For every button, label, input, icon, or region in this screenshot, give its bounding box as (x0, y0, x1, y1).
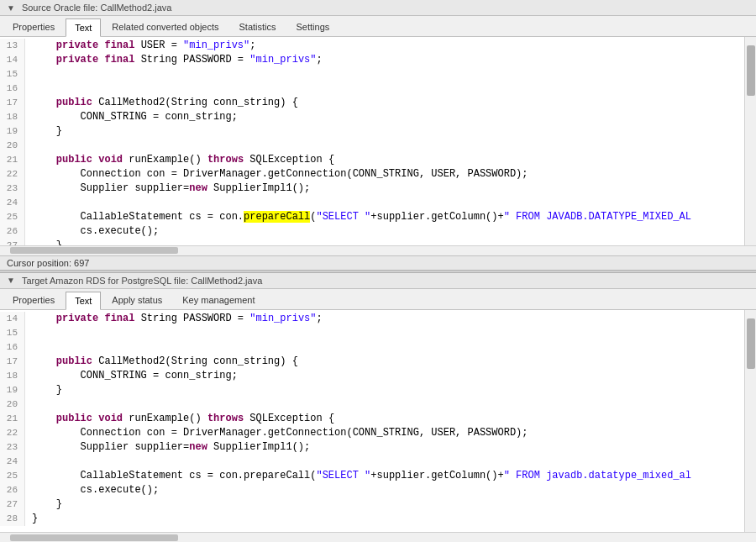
table-row: 18 CONN_STRING = conn_string; (0, 110, 744, 124)
table-row: 25 CallableStatement cs = con.prepareCal… (0, 210, 744, 224)
table-row: 14 private final String PASSWORD = "min_… (0, 312, 744, 326)
table-row: 22 Connection con = DriverManager.getCon… (0, 167, 744, 182)
table-row: 19 } (0, 124, 744, 139)
table-row: 26 cs.execute(); (0, 224, 744, 239)
table-row: 25 CallableStatement cs = con.prepareCal… (0, 469, 744, 483)
bottom-code-area: 14 private final String PASSWORD = "min_… (0, 310, 756, 533)
top-code-area: 13 private final USER = "min_privs"; 14 … (0, 37, 756, 245)
top-scrollbar-horizontal[interactable] (0, 245, 756, 255)
tab-related-top[interactable]: Related converted objects (102, 18, 228, 36)
table-row: 18 CONN_STRING = conn_string; (0, 369, 744, 383)
top-scrollbar-vertical[interactable] (744, 37, 756, 245)
bottom-scrollbar-horizontal[interactable] (0, 532, 756, 542)
tab-text-top[interactable]: Text (66, 18, 101, 37)
top-code-scroll[interactable]: 13 private final USER = "min_privs"; 14 … (0, 37, 744, 245)
tab-text-bottom[interactable]: Text (66, 292, 101, 310)
top-scroll-thumb[interactable] (747, 45, 755, 96)
bottom-hscroll-thumb[interactable] (10, 534, 178, 541)
top-panel-header: ▼ Source Oracle file: CallMethod2.java (0, 0, 756, 16)
table-row: 15 (0, 326, 744, 340)
tab-properties-bottom[interactable]: Properties (3, 291, 64, 309)
top-panel-title: Source Oracle file: CallMethod2.java (22, 3, 172, 13)
tab-statistics-top[interactable]: Statistics (230, 18, 286, 36)
tab-apply-status[interactable]: Apply status (102, 291, 171, 309)
top-status-bar: Cursor position: 697 (0, 255, 756, 270)
collapse-icon-top[interactable]: ▼ (7, 3, 15, 13)
bottom-code-scroll[interactable]: 14 private final String PASSWORD = "min_… (0, 310, 744, 533)
table-row: 16 (0, 82, 744, 96)
tab-key-management[interactable]: Key management (173, 291, 264, 309)
bottom-scroll-thumb[interactable] (747, 318, 755, 369)
table-row: 20 (0, 397, 744, 412)
bottom-scrollbar-vertical[interactable] (744, 310, 756, 533)
table-row: 20 (0, 139, 744, 153)
table-row: 21 public void runExample() throws SQLEx… (0, 153, 744, 167)
table-row: 17 public CallMethod2(String conn_string… (0, 96, 744, 110)
table-row: 17 public CallMethod2(String conn_string… (0, 355, 744, 369)
table-row: 22 Connection con = DriverManager.getCon… (0, 426, 744, 440)
table-row: 24 (0, 455, 744, 469)
top-hscroll-thumb[interactable] (10, 247, 178, 254)
table-row: 23 Supplier supplier=new SupplierImpl1()… (0, 182, 744, 196)
cursor-position: Cursor position: 697 (7, 258, 89, 268)
table-row: 27 } (0, 497, 744, 512)
table-row: 26 cs.execute(); (0, 483, 744, 497)
table-row: 23 Supplier supplier=new SupplierImpl1()… (0, 440, 744, 455)
table-row: 24 (0, 196, 744, 210)
table-row: 28 } (0, 512, 744, 526)
tab-settings-top[interactable]: Settings (287, 18, 339, 36)
tab-properties-top[interactable]: Properties (3, 18, 64, 36)
top-tabs-bar: Properties Text Related converted object… (0, 16, 756, 37)
collapse-icon-bottom[interactable]: ▼ (7, 276, 15, 285)
table-row: 13 private final USER = "min_privs"; (0, 39, 744, 53)
bottom-code-lines: 14 private final String PASSWORD = "min_… (0, 310, 744, 528)
bottom-tabs-bar: Properties Text Apply status Key managem… (0, 289, 756, 310)
bottom-panel: ▼ Target Amazon RDS for PostgreSQL file:… (0, 273, 756, 543)
table-row: 15 (0, 67, 744, 82)
table-row: 21 public void runExample() throws SQLEx… (0, 412, 744, 426)
table-row: 27 } (0, 239, 744, 245)
bottom-panel-title: Target Amazon RDS for PostgreSQL file: C… (22, 276, 262, 286)
table-row: 19 } (0, 383, 744, 397)
bottom-panel-header: ▼ Target Amazon RDS for PostgreSQL file:… (0, 273, 756, 289)
table-row: 14 private final String PASSWORD = "min_… (0, 53, 744, 67)
table-row: 16 (0, 340, 744, 355)
top-panel: ▼ Source Oracle file: CallMethod2.java P… (0, 0, 756, 270)
top-code-lines: 13 private final USER = "min_privs"; 14 … (0, 37, 744, 245)
